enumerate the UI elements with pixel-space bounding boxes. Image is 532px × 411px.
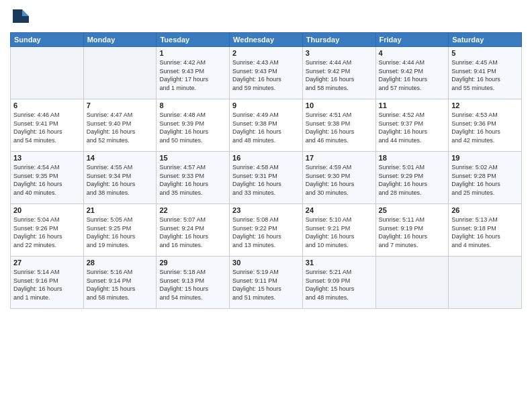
calendar-cell: 10Sunrise: 4:51 AM Sunset: 9:38 PM Dayli… xyxy=(302,99,375,152)
week-row-5: 27Sunrise: 5:14 AM Sunset: 9:16 PM Dayli… xyxy=(11,257,522,309)
week-row-4: 20Sunrise: 5:04 AM Sunset: 9:26 PM Dayli… xyxy=(11,204,522,257)
calendar-cell: 26Sunrise: 5:13 AM Sunset: 9:18 PM Dayli… xyxy=(449,204,522,257)
day-info: Sunrise: 4:55 AM Sunset: 9:34 PM Dayligh… xyxy=(87,163,154,197)
day-info: Sunrise: 5:05 AM Sunset: 9:25 PM Dayligh… xyxy=(87,216,154,249)
day-number: 31 xyxy=(306,259,373,267)
weekday-header-thursday: Thursday xyxy=(302,33,375,47)
day-number: 5 xyxy=(451,49,519,57)
calendar-cell: 16Sunrise: 4:58 AM Sunset: 9:31 PM Dayli… xyxy=(230,152,303,204)
day-info: Sunrise: 4:44 AM Sunset: 9:42 PM Dayligh… xyxy=(379,58,446,92)
week-row-2: 6Sunrise: 4:46 AM Sunset: 9:41 PM Daylig… xyxy=(11,99,522,152)
day-number: 12 xyxy=(451,101,519,109)
day-number: 13 xyxy=(13,154,81,162)
day-number: 21 xyxy=(87,206,154,214)
day-number: 17 xyxy=(306,154,373,162)
day-number: 27 xyxy=(13,259,81,267)
day-number: 9 xyxy=(232,101,300,109)
day-info: Sunrise: 5:16 AM Sunset: 9:14 PM Dayligh… xyxy=(87,268,154,302)
calendar: SundayMondayTuesdayWednesdayThursdayFrid… xyxy=(10,32,522,309)
calendar-cell: 30Sunrise: 5:19 AM Sunset: 9:11 PM Dayli… xyxy=(230,257,303,309)
calendar-cell: 24Sunrise: 5:10 AM Sunset: 9:21 PM Dayli… xyxy=(302,204,375,257)
day-info: Sunrise: 4:57 AM Sunset: 9:33 PM Dayligh… xyxy=(159,163,226,197)
calendar-cell xyxy=(375,257,449,309)
calendar-cell: 11Sunrise: 4:52 AM Sunset: 9:37 PM Dayli… xyxy=(375,99,449,152)
day-info: Sunrise: 5:08 AM Sunset: 9:22 PM Dayligh… xyxy=(232,216,300,249)
weekday-header-tuesday: Tuesday xyxy=(157,33,230,47)
calendar-cell: 14Sunrise: 4:55 AM Sunset: 9:34 PM Dayli… xyxy=(83,152,157,204)
calendar-cell: 5Sunrise: 4:45 AM Sunset: 9:41 PM Daylig… xyxy=(449,47,522,99)
day-info: Sunrise: 4:59 AM Sunset: 9:30 PM Dayligh… xyxy=(306,163,373,197)
day-number: 23 xyxy=(232,206,300,214)
day-number: 2 xyxy=(232,49,300,57)
day-info: Sunrise: 4:48 AM Sunset: 9:39 PM Dayligh… xyxy=(159,111,226,144)
day-number: 24 xyxy=(306,206,373,214)
weekday-header-wednesday: Wednesday xyxy=(230,33,303,47)
calendar-cell: 17Sunrise: 4:59 AM Sunset: 9:30 PM Dayli… xyxy=(302,152,375,204)
calendar-cell: 21Sunrise: 5:05 AM Sunset: 9:25 PM Dayli… xyxy=(83,204,157,257)
week-row-1: 1Sunrise: 4:42 AM Sunset: 9:43 PM Daylig… xyxy=(11,47,522,99)
calendar-cell: 25Sunrise: 5:11 AM Sunset: 9:19 PM Dayli… xyxy=(375,204,449,257)
weekday-header-friday: Friday xyxy=(375,33,449,47)
calendar-cell: 31Sunrise: 5:21 AM Sunset: 9:09 PM Dayli… xyxy=(302,257,375,309)
calendar-cell: 27Sunrise: 5:14 AM Sunset: 9:16 PM Dayli… xyxy=(11,257,84,309)
day-number: 14 xyxy=(87,154,154,162)
day-info: Sunrise: 5:01 AM Sunset: 9:29 PM Dayligh… xyxy=(379,163,446,197)
calendar-cell: 13Sunrise: 4:54 AM Sunset: 9:35 PM Dayli… xyxy=(11,152,84,204)
day-number: 19 xyxy=(451,154,519,162)
calendar-cell: 1Sunrise: 4:42 AM Sunset: 9:43 PM Daylig… xyxy=(157,47,230,99)
day-info: Sunrise: 4:45 AM Sunset: 9:41 PM Dayligh… xyxy=(451,58,519,92)
calendar-cell xyxy=(11,47,84,99)
day-info: Sunrise: 4:51 AM Sunset: 9:38 PM Dayligh… xyxy=(306,111,373,144)
weekday-header-sunday: Sunday xyxy=(11,33,84,47)
calendar-cell: 22Sunrise: 5:07 AM Sunset: 9:24 PM Dayli… xyxy=(157,204,230,257)
day-number: 26 xyxy=(451,206,519,214)
day-number: 1 xyxy=(159,49,226,57)
day-info: Sunrise: 5:13 AM Sunset: 9:18 PM Dayligh… xyxy=(451,216,519,249)
day-info: Sunrise: 4:52 AM Sunset: 9:37 PM Dayligh… xyxy=(379,111,446,144)
calendar-cell: 4Sunrise: 4:44 AM Sunset: 9:42 PM Daylig… xyxy=(375,47,449,99)
page: SundayMondayTuesdayWednesdayThursdayFrid… xyxy=(0,0,532,411)
day-info: Sunrise: 4:54 AM Sunset: 9:35 PM Dayligh… xyxy=(13,163,81,197)
day-number: 18 xyxy=(379,154,446,162)
calendar-cell: 7Sunrise: 4:47 AM Sunset: 9:40 PM Daylig… xyxy=(83,99,157,152)
day-number: 3 xyxy=(306,49,373,57)
svg-rect-2 xyxy=(13,16,29,23)
day-number: 28 xyxy=(87,259,154,267)
calendar-cell: 6Sunrise: 4:46 AM Sunset: 9:41 PM Daylig… xyxy=(11,99,84,152)
calendar-cell: 15Sunrise: 4:57 AM Sunset: 9:33 PM Dayli… xyxy=(157,152,230,204)
svg-marker-0 xyxy=(22,9,29,16)
day-info: Sunrise: 4:46 AM Sunset: 9:41 PM Dayligh… xyxy=(13,111,81,144)
day-info: Sunrise: 4:58 AM Sunset: 9:31 PM Dayligh… xyxy=(232,163,300,197)
day-number: 10 xyxy=(306,101,373,109)
calendar-cell: 3Sunrise: 4:44 AM Sunset: 9:42 PM Daylig… xyxy=(302,47,375,99)
day-number: 15 xyxy=(159,154,226,162)
day-info: Sunrise: 5:21 AM Sunset: 9:09 PM Dayligh… xyxy=(306,268,373,302)
day-info: Sunrise: 4:49 AM Sunset: 9:38 PM Dayligh… xyxy=(232,111,300,144)
calendar-cell: 18Sunrise: 5:01 AM Sunset: 9:29 PM Dayli… xyxy=(375,152,449,204)
svg-rect-1 xyxy=(13,9,22,16)
day-info: Sunrise: 4:42 AM Sunset: 9:43 PM Dayligh… xyxy=(159,58,226,92)
logo xyxy=(10,7,32,27)
calendar-cell: 8Sunrise: 4:48 AM Sunset: 9:39 PM Daylig… xyxy=(157,99,230,152)
day-number: 20 xyxy=(13,206,81,214)
day-info: Sunrise: 4:53 AM Sunset: 9:36 PM Dayligh… xyxy=(451,111,519,144)
weekday-header-saturday: Saturday xyxy=(449,33,522,47)
calendar-cell: 2Sunrise: 4:43 AM Sunset: 9:43 PM Daylig… xyxy=(230,47,303,99)
day-info: Sunrise: 5:11 AM Sunset: 9:19 PM Dayligh… xyxy=(379,216,446,249)
calendar-cell: 12Sunrise: 4:53 AM Sunset: 9:36 PM Dayli… xyxy=(449,99,522,152)
calendar-cell: 28Sunrise: 5:16 AM Sunset: 9:14 PM Dayli… xyxy=(83,257,157,309)
day-info: Sunrise: 5:14 AM Sunset: 9:16 PM Dayligh… xyxy=(13,268,81,302)
weekday-header-row: SundayMondayTuesdayWednesdayThursdayFrid… xyxy=(11,33,522,47)
calendar-cell xyxy=(83,47,157,99)
day-number: 22 xyxy=(159,206,226,214)
day-info: Sunrise: 5:10 AM Sunset: 9:21 PM Dayligh… xyxy=(306,216,373,249)
calendar-cell: 9Sunrise: 4:49 AM Sunset: 9:38 PM Daylig… xyxy=(230,99,303,152)
day-number: 7 xyxy=(87,101,154,109)
day-number: 16 xyxy=(232,154,300,162)
calendar-cell: 19Sunrise: 5:02 AM Sunset: 9:28 PM Dayli… xyxy=(449,152,522,204)
calendar-cell: 23Sunrise: 5:08 AM Sunset: 9:22 PM Dayli… xyxy=(230,204,303,257)
day-number: 4 xyxy=(379,49,446,57)
day-info: Sunrise: 5:18 AM Sunset: 9:13 PM Dayligh… xyxy=(159,268,226,302)
week-row-3: 13Sunrise: 4:54 AM Sunset: 9:35 PM Dayli… xyxy=(11,152,522,204)
header xyxy=(10,7,522,27)
